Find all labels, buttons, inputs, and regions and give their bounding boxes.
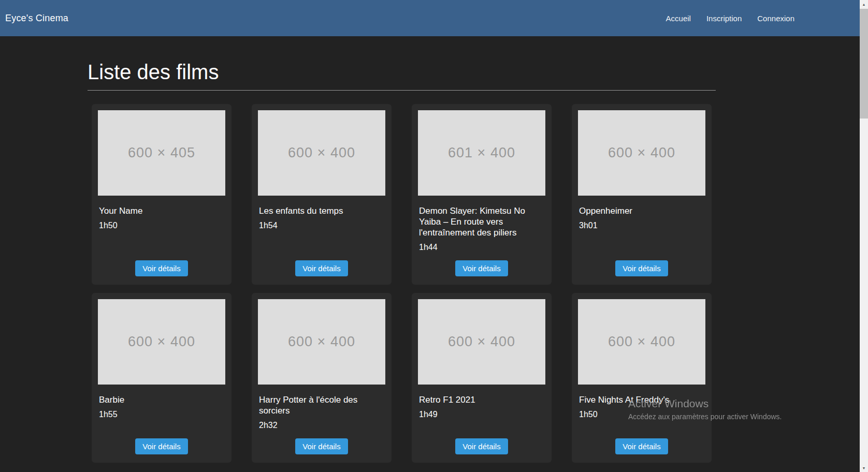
voir-details-button[interactable]: Voir détails bbox=[295, 438, 348, 454]
scroll-down-button[interactable]: ▼ bbox=[860, 464, 868, 472]
film-poster-placeholder: 600 × 400 bbox=[258, 110, 385, 196]
film-title: Demon Slayer: Kimetsu No Yaiba – En rout… bbox=[419, 205, 544, 238]
main-content: Liste des films 600 × 405 Your Name 1h50… bbox=[88, 60, 716, 463]
film-poster-placeholder: 600 × 400 bbox=[418, 299, 545, 385]
film-card: 600 × 400 Retro F1 2021 1h49 Voir détail… bbox=[412, 293, 552, 463]
film-card: 601 × 400 Demon Slayer: Kimetsu No Yaiba… bbox=[412, 104, 552, 285]
film-card-actions: Voir détails bbox=[418, 260, 545, 276]
poster-dimensions-label: 600 × 400 bbox=[128, 334, 195, 350]
film-duration: 1h55 bbox=[99, 410, 224, 419]
voir-details-button[interactable]: Voir détails bbox=[615, 260, 668, 276]
voir-details-button[interactable]: Voir détails bbox=[455, 438, 508, 454]
poster-dimensions-label: 600 × 405 bbox=[128, 145, 195, 161]
film-card-actions: Voir détails bbox=[578, 438, 705, 454]
film-duration: 1h49 bbox=[419, 410, 544, 419]
film-card: 600 × 400 Oppenheimer 3h01 Voir détails bbox=[572, 104, 712, 285]
nav-link-accueil[interactable]: Accueil bbox=[666, 14, 691, 23]
film-card-actions: Voir détails bbox=[98, 260, 225, 276]
film-card-actions: Voir détails bbox=[578, 260, 705, 276]
film-title: Les enfants du temps bbox=[259, 205, 384, 216]
poster-dimensions-label: 600 × 400 bbox=[288, 334, 355, 350]
film-duration: 1h50 bbox=[99, 221, 224, 230]
film-duration: 3h01 bbox=[579, 221, 704, 230]
poster-dimensions-label: 600 × 400 bbox=[448, 334, 515, 350]
film-duration: 2h32 bbox=[259, 421, 384, 430]
film-poster-placeholder: 600 × 400 bbox=[578, 110, 705, 196]
film-title: Barbie bbox=[99, 394, 224, 405]
film-title: Five Nights At Freddy's bbox=[579, 394, 704, 405]
film-card: 600 × 400 Les enfants du temps 1h54 Voir… bbox=[252, 104, 392, 285]
film-card: 600 × 400 Barbie 1h55 Voir détails bbox=[92, 293, 232, 463]
film-card: 600 × 400 Five Nights At Freddy's 1h50 V… bbox=[572, 293, 712, 463]
voir-details-button[interactable]: Voir détails bbox=[135, 260, 187, 276]
film-title: Harry Potter à l'école des sorciers bbox=[259, 394, 384, 416]
film-card: 600 × 400 Harry Potter à l'école des sor… bbox=[252, 293, 392, 463]
film-duration: 1h50 bbox=[579, 410, 704, 419]
scroll-up-button[interactable]: ▲ bbox=[860, 0, 868, 8]
poster-dimensions-label: 601 × 400 bbox=[448, 145, 515, 161]
film-poster-placeholder: 601 × 400 bbox=[418, 110, 545, 196]
film-title: Oppenheimer bbox=[579, 205, 704, 216]
scrollbar-thumb[interactable] bbox=[860, 9, 868, 119]
voir-details-button[interactable]: Voir détails bbox=[135, 438, 187, 454]
film-title: Retro F1 2021 bbox=[419, 394, 544, 405]
poster-dimensions-label: 600 × 400 bbox=[608, 145, 675, 161]
voir-details-button[interactable]: Voir détails bbox=[455, 260, 508, 276]
film-card-actions: Voir détails bbox=[258, 260, 385, 276]
film-poster-placeholder: 600 × 400 bbox=[578, 299, 705, 385]
scrollbar[interactable]: ▲ ▼ bbox=[860, 0, 868, 472]
film-duration: 1h54 bbox=[259, 221, 384, 230]
film-title: Your Name bbox=[99, 205, 224, 216]
nav-link-connexion[interactable]: Connexion bbox=[757, 14, 794, 23]
film-poster-placeholder: 600 × 405 bbox=[98, 110, 225, 196]
film-poster-placeholder: 600 × 400 bbox=[98, 299, 225, 385]
navbar: Eyce's Cinema Accueil Inscription Connex… bbox=[0, 0, 868, 36]
page-title: Liste des films bbox=[88, 60, 716, 84]
film-card-actions: Voir détails bbox=[258, 438, 385, 454]
nav-link-inscription[interactable]: Inscription bbox=[706, 14, 742, 23]
films-grid: 600 × 405 Your Name 1h50 Voir détails 60… bbox=[88, 104, 716, 463]
brand-link[interactable]: Eyce's Cinema bbox=[5, 13, 68, 24]
poster-dimensions-label: 600 × 400 bbox=[288, 145, 355, 161]
film-poster-placeholder: 600 × 400 bbox=[258, 299, 385, 385]
title-divider bbox=[88, 90, 716, 91]
poster-dimensions-label: 600 × 400 bbox=[608, 334, 675, 350]
voir-details-button[interactable]: Voir détails bbox=[615, 438, 668, 454]
film-card-actions: Voir détails bbox=[98, 438, 225, 454]
film-card-actions: Voir détails bbox=[418, 438, 545, 454]
voir-details-button[interactable]: Voir détails bbox=[295, 260, 348, 276]
nav-links: Accueil Inscription Connexion bbox=[666, 14, 794, 23]
film-card: 600 × 405 Your Name 1h50 Voir détails bbox=[92, 104, 232, 285]
film-duration: 1h44 bbox=[419, 243, 544, 252]
